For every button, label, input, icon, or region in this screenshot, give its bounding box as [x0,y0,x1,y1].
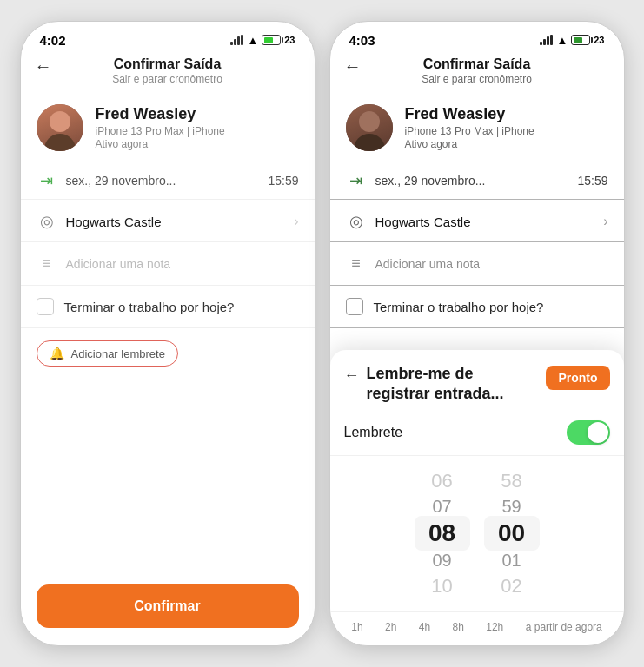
entry-date-2: sex., 29 novembro... [375,174,569,188]
location-icon-2: ◎ [346,212,367,231]
phone-1: 4:02 ▲ 23 ← Confirmar Saída Sair e parar… [20,21,315,646]
user-name-2: Fred Weasley [405,105,608,123]
avatar-img-1 [37,104,83,151]
dimmed-bg-2: 4:03 ▲ 23 ← Confirmar Saída Sair e parar… [330,22,624,328]
reminder-btn-label-1: Adicionar lembrete [71,347,165,360]
entry-date-1: sex., 29 novembro... [66,174,260,188]
entry-row-1: ⇥ sex., 29 novembro... 15:59 [21,162,315,200]
sheet-header: ← Lembre-me de registrar entrada... Pron… [330,350,624,413]
duration-12h[interactable]: 12h [482,619,507,635]
note-row-1[interactable]: ≡ Adicionar uma nota [21,242,315,286]
user-row-1: Fred Weasley iPhone 13 Pro Max | iPhone … [21,94,315,162]
reminder-toggle-row: Lembrete [330,413,624,456]
sheet-back-button[interactable]: ← [344,367,360,385]
hours-picker[interactable]: 06 07 08 09 10 [408,468,477,598]
picker-min-59[interactable]: 59 [477,494,547,520]
status-icons-2: ▲ 23 [540,34,604,47]
location-name-1: Hogwarts Castle [66,215,286,229]
picker-min-00[interactable]: 00 [477,519,547,547]
status-bar-1: 4:02 ▲ 23 [21,22,315,53]
bottom-sheet: ← Lembre-me de registrar entrada... Pron… [330,350,624,645]
status-time-2: 4:03 [349,33,375,48]
bell-icon-1: 🔔 [50,347,64,360]
note-icon-1: ≡ [37,254,57,273]
status-icons-1: ▲ 23 [230,34,295,47]
chevron-right-icon-1: › [294,214,298,229]
finish-work-checkbox-2[interactable] [346,298,363,315]
entry-time-2: 15:59 [577,174,607,188]
battery-icon-1 [262,35,281,45]
entry-icon-1: ⇥ [37,171,57,190]
note-placeholder-1: Adicionar uma nota [66,257,171,271]
user-row-2: Fred Weasley iPhone 13 Pro Max | iPhone … [330,94,624,162]
location-row-1[interactable]: ◎ Hogwarts Castle › [21,201,315,242]
reminder-row-1: 🔔 Adicionar lembrete [21,328,315,379]
add-reminder-button-1[interactable]: 🔔 Adicionar lembrete [37,340,178,367]
user-name-1: Fred Weasley [96,105,299,123]
location-name-2: Hogwarts Castle [375,215,595,229]
location-icon-1: ◎ [37,212,57,231]
minutes-picker[interactable]: 58 59 00 01 02 [477,468,547,598]
entry-time-1: 15:59 [268,174,298,188]
confirm-button-1[interactable]: Confirmar [37,584,299,628]
picker-min-01[interactable]: 01 [477,547,547,573]
confirm-wrap-1: Confirmar [21,574,315,645]
picker-hour-09[interactable]: 09 [408,547,477,573]
note-icon-2: ≡ [346,254,367,273]
reminder-toggle[interactable] [567,420,610,445]
sheet-done-button[interactable]: Pronto [546,366,609,390]
header-2: ← Confirmar Saída Sair e parar cronômetr… [330,53,624,94]
duration-8h[interactable]: 8h [449,619,468,635]
header-1: ← Confirmar Saída Sair e parar cronômetr… [21,53,315,94]
picker-hour-07[interactable]: 07 [408,494,477,520]
picker-hour-08[interactable]: 08 [408,519,477,547]
finish-work-label-2: Terminar o trabalho por hoje? [374,300,544,314]
user-info-2: Fred Weasley iPhone 13 Pro Max | iPhone … [405,105,608,150]
phone-2: 4:03 ▲ 23 ← Confirmar Saída Sair e parar… [329,21,625,646]
picker-min-58[interactable]: 58 [477,468,547,494]
back-button-2[interactable]: ← [344,56,362,76]
status-bar-2: 4:03 ▲ 23 [330,22,624,53]
sheet-title: Lembre-me de registrar entrada... [367,364,540,405]
battery-pct-1: 23 [284,35,295,45]
chevron-right-icon-2: › [603,214,607,229]
page-title-1: Confirmar Saída [114,56,222,72]
avatar-img-2 [346,104,393,151]
signal-icon-1 [230,35,243,45]
user-device-1: iPhone 13 Pro Max | iPhone [96,125,299,137]
entry-row-2: ⇥ sex., 29 novembro... 15:59 [330,162,624,200]
note-placeholder-2: Adicionar uma nota [375,257,481,271]
user-info-1: Fred Weasley iPhone 13 Pro Max | iPhone … [96,105,299,150]
battery-pct-2: 23 [594,35,604,45]
picker-min-02[interactable]: 02 [477,573,547,599]
entry-icon-2: ⇥ [346,171,367,190]
wifi-icon-1: ▲ [247,34,258,47]
duration-from-now[interactable]: a partir de agora [522,619,606,635]
duration-2h[interactable]: 2h [382,619,400,635]
reminder-toggle-label: Lembrete [344,425,567,440]
finish-work-checkbox-1[interactable] [37,298,54,315]
user-device-2: iPhone 13 Pro Max | iPhone [405,125,608,137]
avatar-2 [346,104,393,151]
picker-hour-10[interactable]: 10 [408,573,477,599]
page-subtitle-1: Sair e parar cronômetro [112,73,222,85]
note-row-2[interactable]: ≡ Adicionar uma nota [330,242,624,286]
user-status-1: Ativo agora [96,138,299,150]
picker-hour-06[interactable]: 06 [408,468,477,494]
checkbox-row-2[interactable]: Terminar o trabalho por hoje? [330,286,624,328]
checkbox-row-1[interactable]: Terminar o trabalho por hoje? [21,286,315,328]
duration-1h[interactable]: 1h [348,619,366,635]
finish-work-label-1: Terminar o trabalho por hoje? [64,300,235,314]
wifi-icon-2: ▲ [556,34,568,47]
battery-icon-2 [571,35,590,45]
time-picker[interactable]: 06 07 08 09 10 58 59 00 01 02 [330,459,624,608]
page-subtitle-2: Sair e parar cronômetro [422,73,532,85]
avatar-1 [37,104,83,151]
duration-row: 1h 2h 4h 8h 12h a partir de agora [330,611,624,645]
back-button-1[interactable]: ← [35,56,52,76]
user-status-2: Ativo agora [405,138,608,150]
duration-4h[interactable]: 4h [415,619,434,635]
status-time-1: 4:02 [40,33,66,48]
location-row-2[interactable]: ◎ Hogwarts Castle › [330,201,624,242]
signal-icon-2 [540,35,553,45]
